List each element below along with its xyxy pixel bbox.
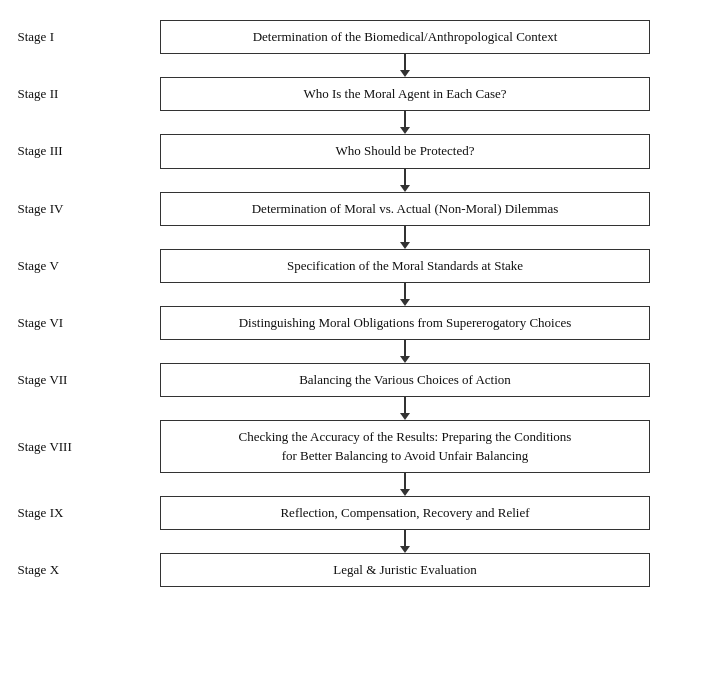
stage-main-row: Stage XLegal & Juristic Evaluation [18, 553, 698, 587]
stage-row-3: Stage IIIWho Should be Protected? [18, 111, 698, 168]
arrow-line [404, 340, 406, 356]
stage-row-10: Stage XLegal & Juristic Evaluation [18, 530, 698, 587]
stage-label-1: Stage I [18, 29, 113, 45]
stage-box-9: Reflection, Compensation, Recovery and R… [160, 496, 650, 530]
arrow-connector-3 [18, 111, 698, 134]
arrow-tip [400, 489, 410, 496]
stage-main-row: Stage VIIBalancing the Various Choices o… [18, 363, 698, 397]
stage-box-4: Determination of Moral vs. Actual (Non-M… [160, 192, 650, 226]
arrow-tip [400, 356, 410, 363]
stage-main-row: Stage IXReflection, Compensation, Recove… [18, 496, 698, 530]
arrow-connector-6 [18, 283, 698, 306]
stage-row-9: Stage IXReflection, Compensation, Recove… [18, 473, 698, 530]
arrow-tip [400, 299, 410, 306]
arrow-line [404, 169, 406, 185]
arrow-line [404, 397, 406, 413]
stage-main-row: Stage VIIIChecking the Accuracy of the R… [18, 420, 698, 472]
arrow-tip [400, 70, 410, 77]
arrow-tip [400, 185, 410, 192]
arrow-connector-7 [18, 340, 698, 363]
stage-label-8: Stage VIII [18, 439, 113, 455]
stage-label-7: Stage VII [18, 372, 113, 388]
stage-box-3: Who Should be Protected? [160, 134, 650, 168]
arrow-connector-4 [18, 169, 698, 192]
arrow-connector-10 [18, 530, 698, 553]
arrow-tip [400, 546, 410, 553]
arrow-line [404, 473, 406, 489]
stage-box-8: Checking the Accuracy of the Results: Pr… [160, 420, 650, 472]
stage-label-10: Stage X [18, 562, 113, 578]
stage-box-1: Determination of the Biomedical/Anthropo… [160, 20, 650, 54]
stage-main-row: Stage IDetermination of the Biomedical/A… [18, 20, 698, 54]
stage-label-4: Stage IV [18, 201, 113, 217]
stage-row-5: Stage VSpecification of the Moral Standa… [18, 226, 698, 283]
stage-main-row: Stage IVDetermination of Moral vs. Actua… [18, 192, 698, 226]
stage-row-1: Stage IDetermination of the Biomedical/A… [18, 20, 698, 54]
arrow-line [404, 111, 406, 127]
stage-main-row: Stage IIIWho Should be Protected? [18, 134, 698, 168]
stage-main-row: Stage VIDistinguishing Moral Obligations… [18, 306, 698, 340]
stage-main-row: Stage IIWho Is the Moral Agent in Each C… [18, 77, 698, 111]
stage-box-6: Distinguishing Moral Obligations from Su… [160, 306, 650, 340]
stage-row-2: Stage IIWho Is the Moral Agent in Each C… [18, 54, 698, 111]
stage-row-7: Stage VIIBalancing the Various Choices o… [18, 340, 698, 397]
stage-label-9: Stage IX [18, 505, 113, 521]
arrow-line [404, 226, 406, 242]
stage-label-5: Stage V [18, 258, 113, 274]
arrow-line [404, 54, 406, 70]
arrow-connector-8 [18, 397, 698, 420]
stage-row-6: Stage VIDistinguishing Moral Obligations… [18, 283, 698, 340]
arrow-line [404, 283, 406, 299]
arrow-line [404, 530, 406, 546]
arrow-connector-2 [18, 54, 698, 77]
arrow-tip [400, 242, 410, 249]
stage-label-6: Stage VI [18, 315, 113, 331]
arrow-tip [400, 413, 410, 420]
flowchart: Stage IDetermination of the Biomedical/A… [18, 20, 698, 587]
arrow-tip [400, 127, 410, 134]
stage-box-7: Balancing the Various Choices of Action [160, 363, 650, 397]
arrow-connector-9 [18, 473, 698, 496]
stage-box-2: Who Is the Moral Agent in Each Case? [160, 77, 650, 111]
arrow-connector-5 [18, 226, 698, 249]
stage-row-4: Stage IVDetermination of Moral vs. Actua… [18, 169, 698, 226]
stage-main-row: Stage VSpecification of the Moral Standa… [18, 249, 698, 283]
stage-label-2: Stage II [18, 86, 113, 102]
stage-box-10: Legal & Juristic Evaluation [160, 553, 650, 587]
stage-label-3: Stage III [18, 143, 113, 159]
stage-row-8: Stage VIIIChecking the Accuracy of the R… [18, 397, 698, 472]
stage-box-5: Specification of the Moral Standards at … [160, 249, 650, 283]
